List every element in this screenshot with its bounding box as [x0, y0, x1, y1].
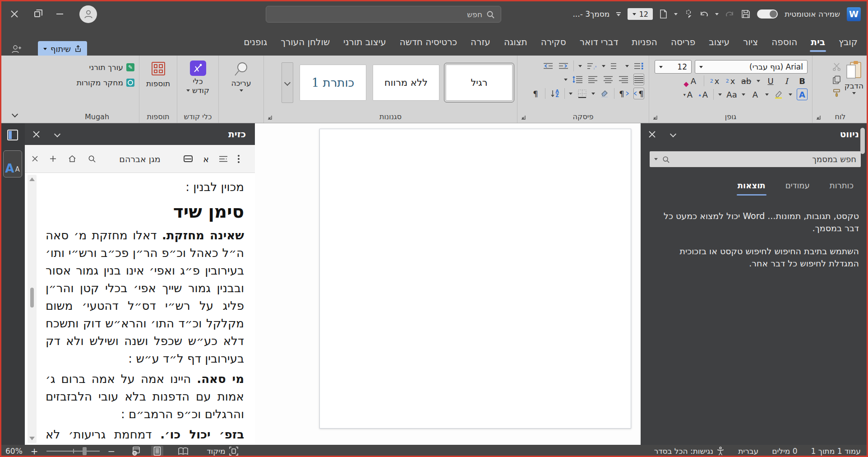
kezayit-scrollbar[interactable]	[28, 175, 37, 443]
tab-help[interactable]: עזרה	[464, 28, 497, 56]
zoom-percent[interactable]: 60%	[5, 447, 23, 456]
share-button[interactable]: שיתוף	[38, 41, 87, 56]
new-doc-dropdown-icon[interactable]	[674, 13, 678, 15]
zoom-in-button[interactable]: +	[31, 446, 38, 457]
new-document-icon[interactable]	[660, 9, 667, 19]
print-layout-view-button[interactable]	[151, 446, 163, 457]
tab-insert[interactable]: הוספה	[765, 28, 804, 56]
tab-new-tab[interactable]: כרטיסיה חדשה	[393, 28, 464, 56]
card-view-icon[interactable]	[184, 155, 193, 162]
autosave-toggle[interactable]	[757, 9, 778, 19]
align-right-button[interactable]	[618, 74, 629, 85]
borders-button[interactable]	[577, 88, 587, 99]
people-icon[interactable]	[11, 44, 23, 54]
aleph-text-icon[interactable]: א	[203, 154, 209, 164]
multilevel-dropdown-icon[interactable]	[578, 65, 582, 67]
italic-button[interactable]: I	[781, 75, 792, 87]
more-options-icon[interactable]	[238, 155, 240, 163]
document-search-input[interactable]	[674, 154, 856, 164]
paste-button[interactable]: הדבק	[845, 61, 863, 97]
tab-home[interactable]: בית	[804, 28, 832, 56]
save-icon[interactable]	[741, 9, 750, 19]
grow-font-button[interactable]: A▴	[698, 89, 709, 100]
panel-options-chevron-icon[interactable]	[54, 131, 60, 137]
addins-button[interactable]: תוספות	[144, 62, 172, 88]
styles-dialog-launcher-icon[interactable]	[267, 115, 272, 120]
tab-editors-desk[interactable]: שולחן העורך	[274, 28, 337, 56]
zoom-slider-thumb[interactable]	[83, 447, 87, 455]
clear-formatting-button[interactable]: A	[688, 75, 699, 87]
subscript-button[interactable]: x2	[725, 75, 736, 87]
style-no-spacing[interactable]: ללא מרווח	[373, 65, 439, 101]
style-normal[interactable]: רגיל	[446, 65, 512, 101]
tab-design[interactable]: עיצוב	[702, 28, 736, 56]
line-spacing-dropdown-icon[interactable]	[564, 79, 568, 81]
page-indicator[interactable]: עמוד 1 מתוך 1	[811, 447, 861, 456]
global-search-input[interactable]	[272, 10, 482, 19]
accessibility-status[interactable]: נגישות: הכל בסדר	[654, 447, 725, 456]
zoom-out-button[interactable]: −	[108, 446, 115, 457]
search-options-chevron-icon[interactable]	[654, 158, 658, 160]
scroll-down-icon[interactable]	[29, 437, 35, 440]
undo-icon[interactable]	[699, 10, 708, 18]
copy-icon[interactable]	[832, 75, 841, 84]
scrollbar-thumb[interactable]	[30, 288, 34, 308]
font-name-combo[interactable]: Arial (גוף עברי)	[695, 60, 808, 74]
ltr-direction-button[interactable]: ¶	[619, 88, 629, 99]
quick-font-size[interactable]: 12	[628, 8, 653, 20]
font-color-button[interactable]: A	[750, 89, 761, 100]
highlight-dropdown-icon[interactable]	[765, 93, 769, 96]
scroll-up-icon[interactable]	[29, 177, 35, 181]
show-marks-button[interactable]: ¶	[530, 88, 541, 99]
increase-indent-button[interactable]	[543, 60, 554, 72]
torah-editor-button[interactable]: ✎ עורך תורני	[89, 61, 134, 73]
tab-draw[interactable]: ציור	[736, 28, 765, 56]
bold-button[interactable]: B	[797, 75, 808, 87]
minimize-window-icon[interactable]	[56, 14, 63, 14]
format-painter-icon[interactable]	[832, 89, 841, 97]
web-layout-view-button[interactable]	[129, 446, 143, 457]
styles-gallery-more-button[interactable]	[282, 62, 293, 103]
paragraph-dialog-launcher-icon[interactable]	[521, 115, 526, 120]
close-panel-icon[interactable]	[33, 131, 40, 138]
undo-dropdown-icon[interactable]	[715, 13, 719, 15]
nav-tab-pages[interactable]: עמודים	[785, 181, 810, 190]
close-window-icon[interactable]	[11, 10, 18, 18]
outline-list-icon[interactable]	[219, 156, 227, 162]
clipboard-dialog-launcher-icon[interactable]	[816, 115, 821, 120]
decrease-indent-button[interactable]	[558, 60, 569, 72]
highlight-color-button[interactable]	[773, 89, 784, 100]
panel-layout-icon[interactable]	[7, 130, 18, 140]
change-case-button[interactable]: Aa	[726, 89, 737, 100]
editing-button[interactable]: עריכה	[223, 61, 259, 92]
shading-button[interactable]	[599, 88, 610, 99]
klei-kodesh-button[interactable]: כלי קודש	[182, 61, 214, 94]
numbered-list-button[interactable]: 123	[610, 60, 621, 72]
cut-icon[interactable]	[832, 62, 841, 71]
touch-mode-icon[interactable]	[684, 9, 693, 19]
font-dialog-launcher-icon[interactable]	[652, 115, 658, 120]
fonts-tool-icon[interactable]: A A	[3, 150, 22, 177]
shrink-font-button[interactable]: A▾	[683, 89, 693, 100]
panel-options-chevron-icon[interactable]	[670, 131, 676, 137]
restore-window-icon[interactable]	[34, 11, 40, 17]
nav-tab-results[interactable]: תוצאות	[738, 181, 766, 190]
zoom-slider[interactable]	[46, 451, 100, 452]
tab-mailings[interactable]: דברי דואר	[573, 28, 625, 56]
word-count[interactable]: 0 מילים	[772, 447, 797, 456]
close-panel-icon[interactable]	[649, 131, 656, 138]
customize-qat-icon[interactable]	[616, 12, 621, 16]
strikethrough-button[interactable]: ab	[741, 75, 752, 87]
source-research-button[interactable]: מחקר מקורות	[77, 77, 134, 89]
underline-dropdown-icon[interactable]	[757, 80, 760, 82]
language-indicator[interactable]: עברית	[738, 447, 758, 456]
tab-fonts[interactable]: גופנים	[237, 28, 274, 56]
tab-file[interactable]: קובץ	[832, 28, 864, 56]
read-mode-view-button[interactable]	[176, 446, 190, 456]
font-color-dropdown-icon[interactable]	[742, 93, 745, 96]
shading-dropdown-icon[interactable]	[591, 93, 595, 95]
line-spacing-button[interactable]	[572, 74, 583, 85]
document-title[interactable]: מסמך3 -...	[573, 9, 609, 19]
nav-scrollbar-thumb[interactable]	[860, 128, 865, 154]
sort-button[interactable]: AZ	[549, 88, 560, 99]
